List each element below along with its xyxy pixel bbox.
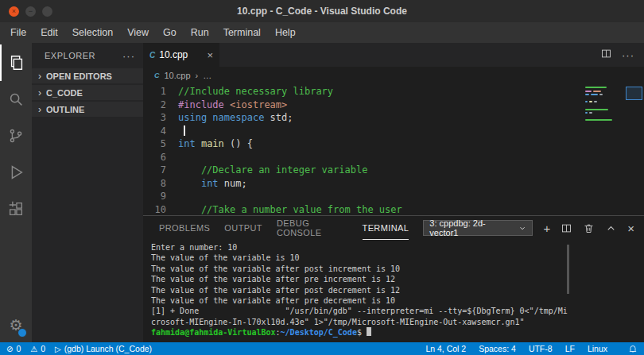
section-label: OUTLINE xyxy=(46,105,84,114)
status-ln-4-col-2[interactable]: Ln 4, Col 2 xyxy=(425,344,466,353)
line-content: int main () { xyxy=(178,137,253,151)
terminal-line: The value of the variable after pre decr… xyxy=(151,295,644,306)
close-window-button[interactable]: × xyxy=(9,6,19,17)
code-line[interactable]: 7 //Declare an integer variable xyxy=(143,164,580,177)
section-c-code[interactable]: ›C_CODE xyxy=(32,85,143,100)
tab-label: 10.cpp xyxy=(159,49,188,60)
breadcrumb-symbol[interactable]: … xyxy=(203,71,211,80)
breadcrumb-file[interactable]: 10.cpp xyxy=(165,71,191,80)
line-number: 1 xyxy=(143,85,178,98)
line-content: //Take a number value from the user xyxy=(178,203,402,216)
minimap[interactable] xyxy=(584,87,642,215)
status-debug[interactable]: ▷(gdb) Launch (C_Code) xyxy=(55,344,152,353)
explorer-sidebar: EXPLORER ··· ›OPEN EDITORS›C_CODE›OUTLIN… xyxy=(32,43,143,342)
explorer-icon[interactable] xyxy=(0,44,32,81)
minimap-slider[interactable] xyxy=(626,87,642,100)
sidebar-more-actions-icon[interactable]: ··· xyxy=(122,50,135,62)
status-bar: ⊘0⚠0▷(gdb) Launch (C_Code) Ln 4, Col 2Sp… xyxy=(0,342,644,355)
panel-tab-problems[interactable]: PROBLEMS xyxy=(159,216,210,240)
menu-item-go[interactable]: Go xyxy=(156,22,184,43)
code-line[interactable]: 4 xyxy=(143,125,580,138)
extensions-icon[interactable] xyxy=(0,191,32,227)
status-error[interactable]: ⊘0 xyxy=(6,344,21,353)
code-line[interactable]: 9 xyxy=(143,190,580,203)
window-title: 10.cpp - C_Code - Visual Studio Code xyxy=(0,6,644,17)
menu-item-run[interactable]: Run xyxy=(184,22,216,43)
terminal-scrollbar[interactable] xyxy=(567,245,569,294)
menu-item-help[interactable]: Help xyxy=(268,22,303,43)
status-lf[interactable]: LF xyxy=(565,344,575,353)
menu-bar: FileEditSelectionViewGoRunTerminalHelp xyxy=(0,22,644,43)
line-number: 4 xyxy=(143,125,178,138)
line-number: 9 xyxy=(143,190,178,203)
code-line[interactable]: 10 //Take a number value from the user xyxy=(143,203,580,216)
sidebar-header: EXPLORER ··· xyxy=(32,43,143,68)
terminal-selector[interactable]: 3: cppdbg: 2d-vector1 xyxy=(423,220,533,236)
terminal-selector-value: 3: cppdbg: 2d-vector1 xyxy=(429,218,507,237)
line-number: 8 xyxy=(143,177,178,191)
terminal-output: Enter a number: 10The value of the varia… xyxy=(151,242,644,338)
section-label: OPEN EDITORS xyxy=(46,71,112,81)
panel-tab-debug-console[interactable]: DEBUG CONSOLE xyxy=(277,216,348,240)
menu-item-file[interactable]: File xyxy=(3,22,33,43)
terminal-line: Enter a number: 10 xyxy=(151,242,644,253)
close-tab-icon[interactable]: × xyxy=(207,49,213,61)
code-line[interactable]: 1//Include necessary library xyxy=(143,85,580,98)
section-open-editors[interactable]: ›OPEN EDITORS xyxy=(32,68,143,83)
menu-item-view[interactable]: View xyxy=(120,22,156,43)
minimize-window-button[interactable]: − xyxy=(25,6,36,17)
chevron-right-icon: › xyxy=(196,71,199,80)
title-bar: 10.cpp - C_Code - Visual Studio Code × − xyxy=(0,0,644,22)
panel-tab-terminal[interactable]: TERMINAL xyxy=(363,216,409,240)
settings-gear-icon[interactable]: ⚙ xyxy=(0,311,32,339)
section-outline[interactable]: ›OUTLINE xyxy=(32,102,143,117)
maximize-window-button[interactable] xyxy=(42,6,52,17)
code-line[interactable]: 3using namespace std; xyxy=(143,111,580,125)
tab-bar: C 10.cpp × ··· xyxy=(143,43,644,67)
terminal-line: The value of the variable is 10 xyxy=(151,253,644,263)
editor-more-actions-icon[interactable]: ··· xyxy=(622,49,634,61)
line-content: //Declare an integer variable xyxy=(178,164,367,177)
run-debug-icon[interactable] xyxy=(0,154,32,191)
notifications-bell-icon[interactable] xyxy=(628,344,638,353)
line-number: 6 xyxy=(143,151,178,164)
maximize-panel-icon[interactable] xyxy=(605,222,617,234)
editor-actions: ··· xyxy=(600,43,644,67)
debug-icon: ▷ xyxy=(55,345,61,353)
line-number: 7 xyxy=(143,164,178,177)
status-warning[interactable]: ⚠0 xyxy=(30,344,45,353)
menu-item-selection[interactable]: Selection xyxy=(65,22,120,43)
panel-header: PROBLEMSOUTPUTDEBUG CONSOLETERMINAL 3: c… xyxy=(143,216,644,240)
status-utf-8[interactable]: UTF-8 xyxy=(529,344,553,353)
menu-item-edit[interactable]: Edit xyxy=(33,22,65,43)
status-spaces-4[interactable]: Spaces: 4 xyxy=(479,344,516,353)
chevron-right-icon: › xyxy=(35,104,45,115)
code-editor[interactable]: 1//Include necessary library2#include <i… xyxy=(143,84,644,215)
status-right: Ln 4, Col 2Spaces: 4UTF-8LFLinux xyxy=(425,344,607,353)
split-terminal-icon[interactable] xyxy=(561,222,572,234)
line-number: 5 xyxy=(143,137,178,151)
chevron-right-icon: › xyxy=(35,87,45,98)
line-content: //Include necessary library xyxy=(178,85,333,98)
close-panel-icon[interactable]: × xyxy=(627,222,634,234)
panel-tabs: PROBLEMSOUTPUTDEBUG CONSOLETERMINAL xyxy=(159,216,423,240)
window-controls: × − xyxy=(0,6,52,17)
code-line[interactable]: 6 xyxy=(143,151,580,164)
tab-10cpp[interactable]: C 10.cpp × xyxy=(143,43,219,67)
menu-item-terminal[interactable]: Terminal xyxy=(216,22,268,43)
source-control-icon[interactable] xyxy=(0,118,32,154)
code-line[interactable]: 5int main () { xyxy=(143,137,580,151)
vscode-window: 10.cpp - C_Code - Visual Studio Code × −… xyxy=(0,0,644,355)
terminal-line: The value of the variable after pre incr… xyxy=(151,274,644,284)
warning-icon: ⚠ xyxy=(30,345,37,353)
kill-terminal-icon[interactable] xyxy=(583,222,595,234)
code-line[interactable]: 8 int num; xyxy=(143,177,580,191)
chevron-right-icon: › xyxy=(35,71,45,82)
new-terminal-icon[interactable]: + xyxy=(543,222,550,234)
panel-tab-output[interactable]: OUTPUT xyxy=(224,216,262,240)
search-icon[interactable] xyxy=(0,81,32,118)
status-linux[interactable]: Linux xyxy=(588,344,607,353)
settings-badge xyxy=(17,328,27,338)
split-editor-icon[interactable] xyxy=(600,48,612,63)
code-line[interactable]: 2#include <iostream> xyxy=(143,98,580,112)
